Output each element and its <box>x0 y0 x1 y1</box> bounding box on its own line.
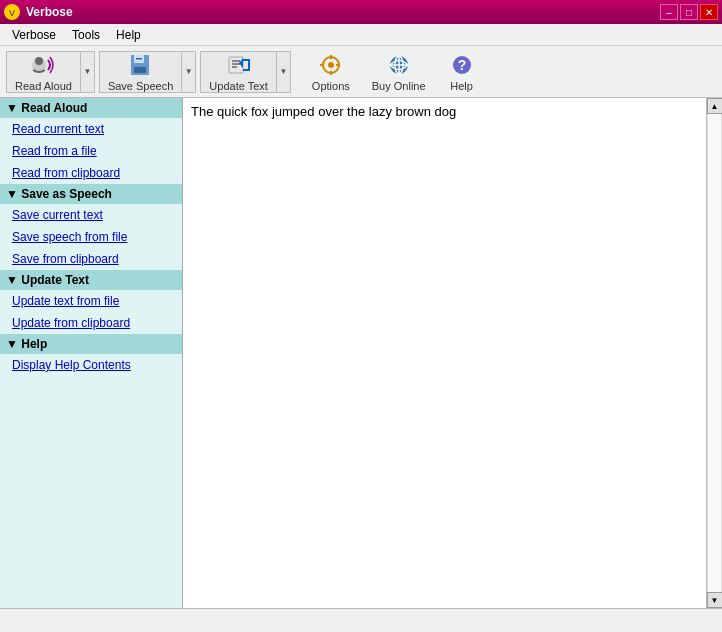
dropdown-arrow: ▼ <box>83 67 91 76</box>
window-controls: – □ ✕ <box>660 4 718 20</box>
sidebar-item-read-from-clipboard[interactable]: Read from clipboard <box>0 162 182 184</box>
svg-rect-16 <box>330 71 332 75</box>
window-title: Verbose <box>26 5 73 19</box>
bottom-area: Choose Voice: rab_diphone Read Aloud <box>0 608 722 632</box>
update-text-button[interactable]: Update Text <box>201 51 276 93</box>
options-icon <box>317 52 345 78</box>
sidebar-item-display-help-contents[interactable]: Display Help Contents <box>0 354 182 376</box>
read-aloud-group-header: ▼ Read Aloud <box>6 101 87 115</box>
menu-tools[interactable]: Tools <box>64 26 108 44</box>
buy-online-label: Buy Online <box>372 80 426 92</box>
save-as-speech-group-header: ▼ Save as Speech <box>6 187 112 201</box>
dropdown-arrow3: ▼ <box>279 67 287 76</box>
sidebar-item-update-text-from-file[interactable]: Update text from file <box>0 290 182 312</box>
sidebar-group-save-as-speech: ▼ Save as Speech <box>0 184 182 204</box>
save-speech-dropdown[interactable]: ▼ <box>181 51 195 93</box>
save-speech-button[interactable]: Save Speech <box>100 51 181 93</box>
svg-text:V: V <box>9 8 15 18</box>
sidebar-item-save-current-text[interactable]: Save current text <box>0 204 182 226</box>
title-bar: V Verbose – □ ✕ <box>0 0 722 24</box>
buy-online-icon <box>385 52 413 78</box>
read-aloud-dropdown[interactable]: ▼ <box>80 51 94 93</box>
read-aloud-button[interactable]: Read Aloud <box>7 51 80 93</box>
options-button[interactable]: Options <box>303 51 359 93</box>
svg-point-14 <box>328 62 334 68</box>
maximize-button[interactable]: □ <box>680 4 698 20</box>
read-aloud-icon <box>29 52 57 78</box>
options-label: Options <box>312 80 350 92</box>
sidebar: ▼ Read Aloud Read current text Read from… <box>0 98 183 608</box>
help-icon: ? <box>448 52 476 78</box>
close-button[interactable]: ✕ <box>700 4 718 20</box>
help-group-header: ▼ Help <box>6 337 47 351</box>
main-area: ▼ Read Aloud Read current text Read from… <box>0 98 722 608</box>
svg-rect-6 <box>134 67 146 73</box>
svg-rect-15 <box>330 55 332 59</box>
text-section: ▲ ▼ <box>183 98 722 608</box>
app-icon: V <box>4 4 20 20</box>
update-text-dropdown[interactable]: ▼ <box>276 51 290 93</box>
svg-rect-17 <box>320 64 324 66</box>
text-editor[interactable] <box>183 98 706 608</box>
sidebar-group-update-text: ▼ Update Text <box>0 270 182 290</box>
sidebar-item-read-from-file[interactable]: Read from a file <box>0 140 182 162</box>
save-speech-label: Save Speech <box>108 80 173 92</box>
sidebar-item-save-from-clipboard[interactable]: Save from clipboard <box>0 248 182 270</box>
read-aloud-group: Read Aloud ▼ <box>6 51 95 93</box>
sidebar-item-read-current-text[interactable]: Read current text <box>0 118 182 140</box>
svg-rect-18 <box>336 64 340 66</box>
sidebar-group-help: ▼ Help <box>0 334 182 354</box>
vertical-scrollbar[interactable]: ▲ ▼ <box>706 98 722 608</box>
svg-text:?: ? <box>457 57 466 73</box>
svg-point-3 <box>35 57 43 65</box>
sidebar-item-update-from-clipboard[interactable]: Update from clipboard <box>0 312 182 334</box>
menu-help[interactable]: Help <box>108 26 149 44</box>
menu-verbose[interactable]: Verbose <box>4 26 64 44</box>
minimize-button[interactable]: – <box>660 4 678 20</box>
help-label: Help <box>450 80 473 92</box>
text-area-wrapper: ▲ ▼ <box>183 98 722 608</box>
save-speech-group: Save Speech ▼ <box>99 51 196 93</box>
update-text-label: Update Text <box>209 80 268 92</box>
svg-rect-7 <box>136 58 142 60</box>
read-aloud-label: Read Aloud <box>15 80 72 92</box>
scroll-down-button[interactable]: ▼ <box>707 592 723 608</box>
sidebar-group-read-aloud: ▼ Read Aloud <box>0 98 182 118</box>
scroll-track[interactable] <box>707 114 722 592</box>
dropdown-arrow2: ▼ <box>185 67 193 76</box>
sidebar-item-save-speech-from-file[interactable]: Save speech from file <box>0 226 182 248</box>
save-speech-icon <box>127 52 155 78</box>
toolbar: Read Aloud ▼ Save Speech ▼ <box>0 46 722 98</box>
help-button[interactable]: ? Help <box>439 51 485 93</box>
update-text-group-header: ▼ Update Text <box>6 273 89 287</box>
buy-online-button[interactable]: Buy Online <box>363 51 435 93</box>
scroll-up-button[interactable]: ▲ <box>707 98 723 114</box>
update-text-group: Update Text ▼ <box>200 51 291 93</box>
menu-bar: Verbose Tools Help <box>0 24 722 46</box>
update-text-icon <box>225 52 253 78</box>
